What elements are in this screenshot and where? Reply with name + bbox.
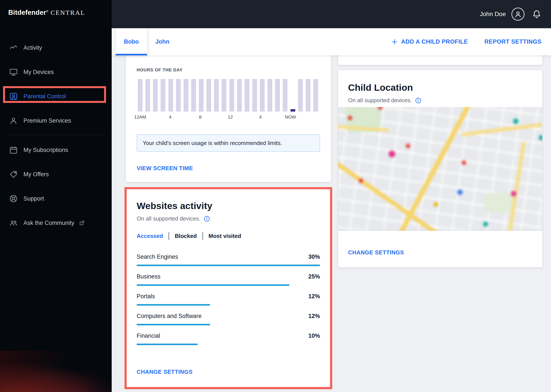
- hour-bar: [237, 79, 242, 112]
- tab-most-visited[interactable]: Most visited: [202, 232, 247, 240]
- offers-icon: [9, 170, 18, 179]
- report-settings-button[interactable]: REPORT SETTINGS: [484, 38, 541, 45]
- map-pin: [348, 116, 352, 120]
- hour-bar: [306, 79, 310, 112]
- child-location-card: Child Location On all supported devices.…: [338, 70, 542, 267]
- sidebar-item-parental-control[interactable]: Parental Control: [0, 84, 112, 109]
- activity-icon: [9, 43, 18, 52]
- sidebar-item-label: Support: [23, 195, 44, 202]
- sidebar-item-my-subscriptions[interactable]: My Subscriptions: [0, 138, 112, 162]
- websites-activity-title: Websites activity: [137, 201, 212, 211]
- map-pin: [462, 161, 466, 165]
- category-percent: 12%: [308, 293, 320, 300]
- main-content: HOURS OF THE DAY 12AM48124NOW Your child…: [112, 55, 551, 392]
- view-screen-time-link[interactable]: VIEW SCREEN TIME: [137, 165, 193, 172]
- map-pin: [483, 222, 488, 226]
- info-icon[interactable]: [204, 216, 210, 222]
- hour-bar: [313, 79, 318, 112]
- location-change-settings-link[interactable]: CHANGE SETTINGS: [348, 249, 404, 256]
- profile-tabbar: Bobo John ADD A CHILD PROFILE REPORT SET…: [112, 28, 551, 55]
- progress-track: [137, 284, 320, 286]
- hour-bar: [191, 79, 196, 112]
- report-settings-label: REPORT SETTINGS: [484, 38, 541, 45]
- sidebar-item-my-devices[interactable]: My Devices: [0, 60, 112, 84]
- sidebar-menu: Activity My Devices Parental Control Pre…: [0, 35, 112, 235]
- hour-bar: [260, 79, 265, 112]
- progress-fill: [137, 284, 289, 286]
- map-pin: [406, 144, 410, 148]
- tab-blocked[interactable]: Blocked: [169, 232, 202, 240]
- external-link-icon: [79, 220, 85, 226]
- category-percent: 25%: [308, 273, 320, 280]
- bitdefender-logo: Bitdefender®CENTRAL: [0, 0, 112, 16]
- hour-bar: [199, 79, 204, 112]
- support-icon: [9, 194, 18, 203]
- hour-bar: [229, 79, 234, 112]
- add-child-profile-button[interactable]: ADD A CHILD PROFILE: [391, 38, 468, 45]
- website-row: Business25%: [137, 273, 320, 286]
- hour-bar: [275, 79, 280, 112]
- sidebar-item-ask-the-community[interactable]: Ask the Community: [0, 211, 112, 235]
- hour-tick-label: 12AM: [134, 114, 146, 119]
- hours-bars: [138, 79, 318, 112]
- websites-change-settings-link[interactable]: CHANGE SETTINGS: [137, 369, 193, 375]
- community-icon: [9, 219, 18, 227]
- child-location-map[interactable]: DESKTOP-KKPII6E - Not supported LOCATE: [338, 107, 542, 236]
- progress-track: [137, 343, 320, 345]
- sidebar-item-label: My Devices: [23, 69, 54, 76]
- sidebar-divider: [7, 135, 104, 135]
- progress-track: [137, 304, 320, 306]
- hour-bar: [267, 79, 272, 112]
- hour-bar: [153, 79, 158, 112]
- hour-bar: [222, 79, 226, 112]
- website-row: Computers and Software12%: [137, 313, 320, 325]
- category-label: Business: [137, 273, 161, 280]
- tab-accessed[interactable]: Accessed: [137, 232, 169, 240]
- hour-bar: [245, 79, 250, 112]
- logo-suffix: CENTRAL: [51, 9, 85, 16]
- sidebar-item-label: Ask the Community: [23, 220, 74, 226]
- hour-bar: [184, 79, 188, 112]
- screen-usage-note-text: Your child's screen usage is within reco…: [143, 140, 282, 147]
- website-row: Search Engines30%: [137, 253, 320, 266]
- sidebar-item-activity[interactable]: Activity: [0, 35, 112, 60]
- map-pin: [511, 191, 516, 196]
- hours-ticks: 12AM48124NOW: [138, 114, 318, 121]
- hour-bar: [176, 79, 181, 112]
- hour-bar: [168, 79, 173, 112]
- category-label: Search Engines: [137, 253, 178, 260]
- map-pin: [513, 119, 518, 124]
- sidebar-item-my-offers[interactable]: My Offers: [0, 162, 112, 186]
- map-pin: [457, 189, 463, 195]
- map-pin: [434, 202, 438, 206]
- subtitle-text: On all supported devices.: [137, 215, 200, 222]
- tab-profile-john[interactable]: John: [147, 28, 178, 55]
- tabbar-actions: ADD A CHILD PROFILE REPORT SETTINGS: [391, 28, 551, 55]
- info-icon[interactable]: [415, 98, 421, 104]
- tab-profile-bobo[interactable]: Bobo: [116, 28, 147, 55]
- progress-fill: [137, 343, 198, 345]
- top-header: John Doe: [112, 0, 551, 28]
- tab-label: Bobo: [124, 38, 139, 45]
- hour-bar: [206, 79, 211, 112]
- previous-card-edge: [338, 55, 542, 65]
- websites-activity-list: Search Engines30% Business25% Portals12%…: [137, 253, 320, 352]
- hour-bar: [214, 79, 219, 112]
- sidebar-item-support[interactable]: Support: [0, 186, 112, 211]
- hour-bar: [161, 79, 165, 112]
- map-blurred-tiles: [338, 107, 542, 236]
- hours-of-the-day-label: HOURS OF THE DAY: [137, 68, 183, 72]
- tab-label: John: [155, 38, 170, 45]
- notifications-bell-icon[interactable]: [532, 9, 541, 19]
- sidebar-item-premium-services[interactable]: Premium Services: [0, 109, 112, 133]
- website-row: Financial10%: [137, 333, 320, 345]
- hour-tick-label: 4: [259, 114, 262, 119]
- category-percent: 12%: [308, 313, 320, 320]
- hour-tick-label: 12: [228, 114, 233, 119]
- subtitle-text: On all supported devices.: [348, 97, 412, 104]
- account-avatar[interactable]: [511, 7, 524, 21]
- progress-fill: [137, 304, 210, 306]
- screen-usage-note: Your child's screen usage is within reco…: [137, 134, 320, 152]
- sidebar-item-label: Parental Control: [23, 93, 66, 100]
- sidebar-item-label: Premium Services: [23, 117, 71, 124]
